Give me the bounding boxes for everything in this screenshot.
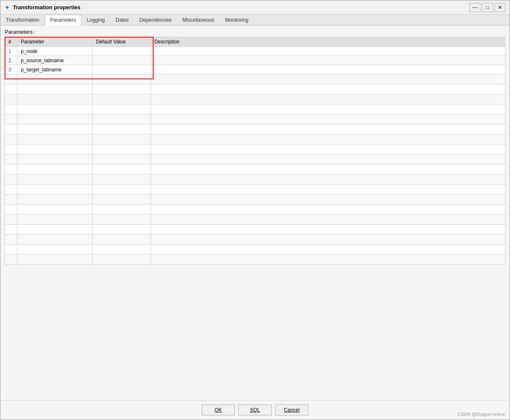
empty-row	[5, 94, 505, 104]
dialog-title: Transformation properties	[13, 4, 466, 10]
tab-logging[interactable]: Logging	[81, 15, 110, 25]
col-description: Description	[151, 37, 505, 47]
empty-row	[5, 124, 505, 134]
close-button[interactable]: ✕	[495, 3, 505, 12]
sql-label: SQL	[250, 407, 260, 413]
table-row[interactable]: 3 p_target_tabname	[5, 65, 505, 74]
row-2-num: 2	[5, 56, 18, 65]
tab-parameters[interactable]: Parameters	[45, 15, 81, 25]
ok-label: OK	[215, 407, 222, 413]
row-3-desc[interactable]	[151, 65, 505, 74]
params-table: # Parameter Default Value Description 1 …	[5, 37, 505, 265]
params-label: Parameters :	[0, 25, 510, 37]
tab-dependencies[interactable]: Dependencies	[134, 15, 177, 25]
params-table-wrapper: # Parameter Default Value Description 1 …	[5, 37, 505, 265]
row-1-default[interactable]	[93, 47, 151, 56]
empty-row	[5, 104, 505, 114]
col-parameter: Parameter	[18, 37, 93, 47]
tab-dates[interactable]: Dates	[110, 15, 134, 25]
empty-row	[5, 164, 505, 175]
table-header-row: # Parameter Default Value Description	[5, 37, 505, 47]
maximize-button[interactable]: □	[482, 3, 493, 12]
row-3-num: 3	[5, 65, 18, 74]
table-row[interactable]: 1 p_node	[5, 47, 505, 56]
table-row[interactable]: 2 p_source_tabname	[5, 56, 505, 65]
empty-row	[5, 84, 505, 94]
tab-monitoring[interactable]: Monitoring	[220, 15, 254, 25]
col-default: Default Value	[93, 37, 151, 47]
cancel-label: Cancel	[284, 407, 299, 413]
empty-row	[5, 205, 505, 215]
row-3-param[interactable]: p_target_tabname	[18, 65, 93, 74]
empty-row	[5, 245, 505, 255]
empty-row	[5, 255, 505, 265]
dialog-content: Parameters : # Parameter Default Value D…	[0, 25, 510, 400]
empty-row	[5, 185, 505, 195]
col-num: #	[5, 37, 18, 47]
cancel-button[interactable]: Cancel	[275, 405, 308, 415]
empty-row	[5, 144, 505, 154]
row-2-default[interactable]	[93, 56, 151, 65]
row-2-desc[interactable]	[151, 56, 505, 65]
dialog-titlebar: ✦ Transformation properties — □ ✕	[0, 0, 510, 15]
row-2-param[interactable]: p_source_tabname	[18, 56, 93, 65]
empty-row	[5, 74, 505, 84]
empty-row	[5, 215, 505, 225]
empty-row	[5, 134, 505, 144]
watermark: CSDN @Dragon online	[457, 412, 505, 417]
empty-row	[5, 114, 505, 124]
empty-row	[5, 195, 505, 205]
dialog-tab-bar: Transformation Parameters Logging Dates …	[0, 15, 510, 25]
row-1-num: 1	[5, 47, 18, 56]
tab-transformation[interactable]: Transformation	[0, 15, 45, 25]
dialog-title-icon: ✦	[5, 4, 10, 11]
ok-button[interactable]: OK	[202, 405, 235, 415]
row-1-desc[interactable]	[151, 47, 505, 56]
empty-row	[5, 154, 505, 164]
sql-button[interactable]: SQL	[238, 405, 272, 415]
dialog-controls: — □ ✕	[470, 3, 505, 12]
row-3-default[interactable]	[93, 65, 151, 74]
transformation-properties-dialog: ✦ Transformation properties — □ ✕ Transf…	[0, 0, 510, 420]
minimize-button[interactable]: —	[470, 3, 480, 12]
row-1-param[interactable]: p_node	[18, 47, 93, 56]
empty-row	[5, 235, 505, 245]
empty-row	[5, 225, 505, 235]
empty-row	[5, 175, 505, 185]
tab-miscellaneous[interactable]: Miscellaneous	[177, 15, 220, 25]
dialog-footer: OK SQL Cancel	[0, 400, 510, 420]
